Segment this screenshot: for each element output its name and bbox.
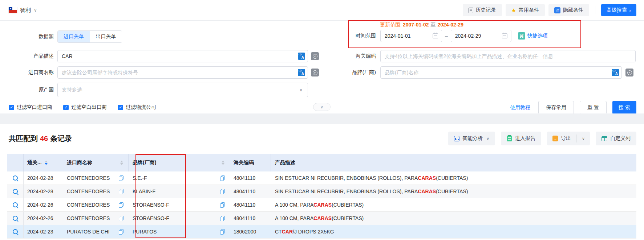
export-menu-button[interactable]: ∨ — [577, 132, 590, 145]
chile-flag-icon: ★ — [9, 7, 17, 13]
smart-analysis-button[interactable]: 智能分析 ∨ — [448, 132, 495, 145]
copy-icon[interactable] — [119, 189, 123, 194]
quick-options-link[interactable]: 快捷选项 — [527, 33, 548, 39]
cell-date: 2024-02-23 — [24, 225, 63, 238]
cell-date: 2024-02-26 — [24, 198, 63, 211]
exclude-filter-icon[interactable]: ≠ — [625, 69, 633, 76]
update-range-to: 2024-02-29 — [438, 22, 464, 28]
cell-importer: CONTENEDORES — [67, 202, 110, 208]
copy-icon[interactable] — [220, 229, 225, 235]
copy-icon[interactable] — [220, 189, 225, 194]
table-columns-icon — [602, 136, 607, 141]
cell-hs-code: 48041110 — [229, 185, 271, 198]
custom-columns-button[interactable]: 自定义列 — [596, 132, 636, 145]
smart-analysis-label: 智能分析 — [462, 135, 483, 142]
table-row[interactable]: 2024-02-28 CONTENEDORES S.E.-F 48041110 … — [7, 171, 636, 185]
table-header: 通关... 进口商名称 品牌(厂商) 海关编码 产品描述 — [7, 154, 636, 171]
cell-brand: STORAENSO-F — [133, 202, 169, 208]
date-to-value: 2024-02-29 — [455, 33, 481, 39]
reset-button[interactable]: 重 置 — [580, 101, 607, 114]
table-row[interactable]: 2024-02-26 CONTENEDORES STORAENSO-F 4804… — [7, 212, 636, 225]
favorites-button[interactable]: ★ 常用条件 — [506, 4, 545, 16]
checkbox-filter-blank-importer[interactable]: ✓ 过滤空白进口商 — [9, 104, 52, 111]
enter-report-button[interactable]: 进入报告 — [501, 132, 541, 145]
hs-code-label: 海关编码 — [320, 53, 376, 59]
cell-brand: S.E.-F — [133, 175, 147, 181]
table-row[interactable]: 2024-02-28 CONTENEDORES KLABIN-F 4804111… — [7, 185, 636, 198]
cell-date: 2024-02-26 — [24, 212, 63, 225]
date-to-input[interactable]: 2024-02-29 — [451, 30, 511, 42]
cell-importer: CONTENEDORES — [67, 189, 110, 194]
copy-icon[interactable] — [119, 216, 123, 221]
chevron-down-icon: ∨ — [34, 8, 37, 13]
export-button[interactable]: → 导出 — [547, 132, 576, 145]
hs-code-row: 海关编码 — [320, 50, 636, 62]
header-clearance-date: 通关... — [24, 154, 63, 171]
translate-icon[interactable] — [298, 69, 305, 76]
header-product-desc: 产品描述 — [271, 154, 636, 171]
cell-importer: CONTENEDORES — [67, 215, 110, 221]
search-icon[interactable] — [12, 189, 19, 195]
hs-code-input[interactable] — [380, 50, 636, 62]
search-button[interactable]: 搜 索 — [612, 101, 636, 114]
brand-label: 品牌(厂商) — [320, 69, 376, 76]
keyword-highlight: CARAS — [313, 215, 332, 221]
save-favorite-button[interactable]: 保存常用 — [538, 101, 574, 114]
product-desc-label: 产品描述 — [0, 53, 54, 59]
bi-chart-icon — [454, 136, 459, 141]
copy-icon[interactable] — [119, 175, 123, 181]
tab-import-declarations[interactable]: 进口关单 — [58, 31, 90, 42]
country-selector[interactable]: ★ 智利 ∨ — [9, 7, 37, 14]
copy-icon[interactable] — [119, 202, 123, 208]
chevron-right-icon: › — [629, 8, 631, 13]
checkbox-filter-blank-exporter[interactable]: ✓ 过滤空白出口商 — [63, 104, 107, 111]
table-row[interactable]: 2024-02-23 PURATOS DE CHI PURATOS 180620… — [7, 225, 636, 239]
advanced-search-button[interactable]: 高级搜索 › — [601, 4, 636, 16]
tab-export-declarations[interactable]: 出口关单 — [90, 31, 122, 42]
collapse-form-button[interactable]: ∨ — [313, 103, 331, 111]
header-importer: 进口商名称 — [63, 154, 129, 171]
search-icon[interactable] — [12, 215, 19, 222]
hide-conditions-button[interactable]: ⇵ 隐藏条件 — [548, 4, 589, 16]
date-from-input[interactable]: 2024-01-01 — [380, 30, 442, 42]
sort-control-date[interactable] — [45, 161, 48, 165]
exclude-filter-icon[interactable]: ≠ — [311, 69, 319, 76]
cell-hs-code: 18062000 — [229, 225, 271, 238]
chevron-down-icon: ∨ — [320, 104, 324, 109]
cell-hs-code: 48041110 — [229, 212, 271, 225]
copy-icon[interactable] — [220, 202, 225, 208]
importer-name-input[interactable] — [57, 66, 308, 79]
brand-input[interactable] — [380, 66, 622, 79]
search-icon[interactable] — [12, 175, 19, 181]
exclude-filter-icon[interactable]: ≠ — [311, 52, 319, 60]
copy-icon[interactable] — [220, 216, 225, 221]
report-icon — [507, 136, 512, 141]
origin-country-select[interactable]: 支持多选 ∨ — [57, 83, 308, 97]
cell-date: 2024-02-28 — [24, 185, 63, 198]
checkbox-filter-logistics[interactable]: ✓ 过滤物流公司 — [118, 104, 156, 111]
translate-icon[interactable] — [612, 69, 619, 76]
copy-icon[interactable] — [119, 229, 123, 235]
copy-icon[interactable] — [220, 175, 225, 181]
translate-icon[interactable] — [298, 53, 305, 60]
search-icon[interactable] — [12, 202, 19, 208]
checked-checkbox-icon: ✓ — [63, 105, 69, 110]
tutorial-link[interactable]: 使用教程 — [510, 104, 530, 111]
cell-product-desc: SIN ESTUCAR NI RECUBRIR, ENBOBINAS (ROLL… — [271, 171, 636, 185]
origin-country-row: 原产国 支持多选 ∨ — [0, 83, 308, 97]
time-range-label: 时间范围 — [320, 33, 376, 39]
update-range-to-word: 至 — [431, 22, 436, 28]
search-icon[interactable] — [12, 229, 19, 235]
history-button[interactable]: 历史记录 — [463, 4, 502, 16]
sort-control-brand[interactable] — [222, 161, 224, 165]
sort-control-importer[interactable] — [120, 161, 123, 165]
importer-name-row: 进口商名称 ≠ — [0, 66, 319, 79]
history-button-label: 历史记录 — [476, 7, 496, 13]
product-desc-row: 产品描述 ≠ — [0, 50, 319, 62]
cell-importer: PURATOS DE CHI — [67, 229, 110, 235]
cell-hs-code: 48041110 — [229, 171, 271, 185]
checked-checkbox-icon: ✓ — [118, 105, 123, 110]
product-desc-input[interactable] — [57, 50, 308, 62]
table-row[interactable]: 2024-02-26 CONTENEDORES STORAENSO-F 4804… — [7, 198, 636, 212]
origin-country-placeholder: 支持多选 — [62, 87, 82, 93]
